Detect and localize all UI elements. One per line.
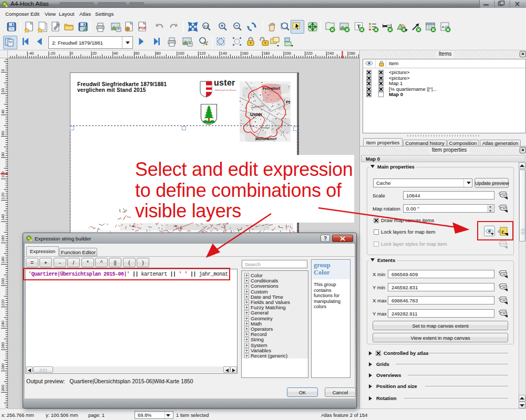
svg-text:20: 20: [92, 51, 97, 56]
svg-text:-20: -20: [49, 51, 55, 56]
svg-text:-40: -40: [28, 51, 34, 56]
svg-text:120: 120: [1, 193, 5, 200]
svg-text:80: 80: [1, 152, 5, 156]
svg-text:300: 300: [1, 385, 5, 392]
svg-text:Riedikon: Riedikon: [261, 127, 270, 129]
svg-text:40: 40: [114, 51, 118, 56]
svg-text:220: 220: [1, 299, 5, 306]
svg-text:240: 240: [327, 51, 334, 56]
svg-text:PDF: PDF: [139, 26, 147, 30]
svg-text:200: 200: [1, 278, 5, 285]
svg-text:Mönchaltorf: Mönchaltorf: [255, 137, 277, 141]
svg-text:280: 280: [1, 363, 5, 370]
svg-text:220: 220: [306, 51, 313, 56]
svg-text:180: 180: [263, 51, 270, 56]
svg-text:0: 0: [1, 69, 5, 71]
svg-text:180: 180: [1, 257, 5, 264]
svg-text:100: 100: [178, 51, 184, 56]
svg-text:0: 0: [71, 51, 73, 56]
svg-text:140: 140: [1, 214, 5, 221]
svg-text:Uster: Uster: [250, 112, 263, 117]
svg-text:20: 20: [1, 88, 5, 92]
svg-text:60: 60: [135, 51, 139, 56]
svg-text:140: 140: [221, 51, 228, 56]
svg-text:260: 260: [1, 342, 5, 349]
svg-text:1:1: 1:1: [204, 25, 209, 28]
svg-text:200: 200: [285, 51, 292, 56]
svg-text:100: 100: [1, 171, 5, 178]
svg-text:240: 240: [1, 321, 5, 328]
svg-text:160: 160: [242, 51, 249, 56]
svg-text:60: 60: [1, 131, 5, 135]
svg-text:Fehraltorf: Fehraltorf: [263, 87, 280, 90]
svg-text:120: 120: [199, 51, 206, 56]
svg-text:Pf: Pf: [286, 100, 290, 104]
svg-text:260: 260: [349, 51, 356, 56]
svg-text:40: 40: [1, 109, 5, 113]
svg-text:80: 80: [157, 51, 161, 56]
svg-text:160: 160: [1, 235, 5, 242]
